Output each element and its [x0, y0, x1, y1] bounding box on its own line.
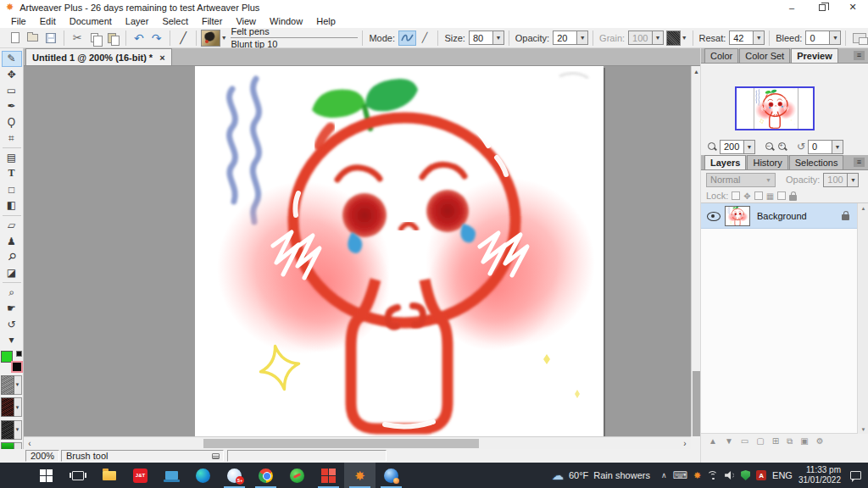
tool-text[interactable]: T [2, 166, 22, 182]
preview-zoom-value[interactable]: 200 [720, 140, 743, 154]
volume-icon[interactable] [725, 471, 735, 480]
weave-selector[interactable]: ▼ [1, 419, 23, 440]
menu-file[interactable]: File [4, 16, 33, 26]
minimize-button[interactable]: – [776, 0, 807, 14]
opacity-value[interactable]: 20 [553, 30, 576, 45]
grain-texture-swatch[interactable] [666, 30, 681, 46]
move-layer-up-button[interactable]: ▲ [709, 436, 717, 446]
bleed-combo[interactable]: 0▼ [805, 30, 841, 45]
tool-rotate[interactable]: ↺ [2, 316, 22, 332]
open-button[interactable] [25, 30, 42, 47]
vertical-scroll-thumb[interactable] [693, 371, 700, 436]
tool-crop[interactable]: ⌗ [2, 130, 22, 146]
rotate-view-icon[interactable]: ↺ [797, 141, 805, 152]
tool-zoom[interactable]: ⌕ [2, 285, 22, 301]
start-button[interactable] [31, 463, 62, 488]
bleed-dropdown-arrow[interactable]: ▼ [829, 30, 841, 45]
tool-more[interactable]: ▾ [2, 332, 22, 348]
size-combo[interactable]: 80▼ [469, 30, 504, 45]
tool-rect-select[interactable]: ▭ [2, 82, 22, 98]
tab-preview[interactable]: Preview [791, 48, 838, 63]
share-app-button[interactable]: S+ [219, 463, 250, 488]
tool-pen[interactable]: ✒ [2, 98, 22, 114]
copy-button[interactable] [86, 30, 103, 47]
preview-zoom-combo[interactable]: 200▼ [720, 140, 755, 154]
new-layer-button[interactable]: ▢ [756, 436, 764, 446]
task-view-button[interactable] [62, 463, 93, 488]
tray-expand-chevron-icon[interactable]: ∧ [661, 471, 667, 480]
tool-pattern[interactable]: ▤ [2, 150, 22, 166]
duplicate-layer-button[interactable]: ⧉ [787, 436, 793, 446]
menu-document[interactable]: Document [63, 16, 119, 26]
status-tool-options-icon[interactable] [212, 453, 220, 459]
restore-button[interactable] [807, 0, 837, 14]
weave-dropdown-arrow[interactable]: ▼ [14, 420, 22, 440]
menu-help[interactable]: Help [309, 16, 342, 26]
menu-filter[interactable]: Filter [195, 16, 229, 26]
opacity-dropdown-arrow[interactable]: ▼ [576, 30, 588, 45]
brush-dropdown-arrow[interactable]: ▼ [220, 30, 227, 47]
layer-row-background[interactable]: Background [701, 203, 868, 229]
scroll-left-arrow[interactable]: ‹ [24, 437, 36, 450]
document-canvas[interactable] [195, 66, 604, 436]
zoom-out-icon[interactable]: – [765, 141, 775, 152]
red-grid-app-button[interactable] [313, 463, 344, 488]
tool-eraser[interactable]: ▱ [2, 218, 22, 234]
preview-panel-menu-icon[interactable]: ≡ [854, 51, 865, 60]
paper-texture-selector[interactable]: ▼ [1, 374, 23, 395]
new-mask-button[interactable]: ⊞ [772, 436, 779, 446]
red-a-app-tray-icon[interactable]: A [756, 470, 766, 480]
device-app-button[interactable] [156, 463, 187, 488]
layer-list-scroll-up-arrow[interactable]: ▲ [858, 203, 868, 213]
close-button[interactable]: ✕ [837, 0, 868, 14]
touch-keyboard-icon[interactable]: ⌨ [673, 469, 687, 481]
artweaver-tray-icon[interactable]: ✸ [693, 470, 701, 481]
size-dropdown-arrow[interactable]: ▼ [492, 30, 504, 45]
zoom-in-icon[interactable]: + [777, 141, 787, 152]
layer-thumbnail[interactable] [725, 206, 750, 226]
freehand-mode-button[interactable] [398, 30, 416, 46]
cut-button[interactable]: ✂ [69, 30, 86, 47]
action-center-icon[interactable] [850, 471, 861, 480]
tool-gradient[interactable]: ◧ [2, 197, 22, 214]
weather-widget[interactable]: ☁ 60°F Rain showers [552, 469, 650, 482]
horizontal-scrollbar[interactable]: ‹ › [24, 436, 691, 449]
line-tool-button[interactable]: ╱ [175, 30, 192, 47]
artweaver-taskbar-button[interactable]: ✸ [344, 463, 376, 488]
tool-brush[interactable]: ✎ [2, 51, 22, 67]
background-color-swatch[interactable] [11, 361, 23, 373]
rotation-combo[interactable]: 0▼ [808, 140, 843, 154]
menu-window[interactable]: Window [263, 16, 309, 26]
green-app-button[interactable] [281, 463, 313, 488]
pattern-selector[interactable]: ▼ [1, 397, 23, 418]
undo-button[interactable]: ↶ [131, 30, 148, 47]
menu-select[interactable]: Select [155, 16, 195, 26]
pattern-dropdown-arrow[interactable]: ▼ [14, 397, 22, 417]
preview-zoom-dropdown-arrow[interactable]: ▼ [743, 140, 755, 154]
edge-button[interactable] [187, 463, 219, 488]
preview-thumbnail[interactable] [735, 86, 815, 130]
tab-layers[interactable]: Layers [704, 155, 746, 169]
wifi-icon[interactable] [707, 471, 719, 480]
layer-settings-button[interactable]: ⚙ [816, 436, 824, 446]
brush-selector[interactable]: Felt pens Blunt tip 10 [231, 26, 358, 49]
new-document-button[interactable] [7, 30, 25, 47]
menu-view[interactable]: View [229, 16, 263, 26]
grain-texture-dropdown-arrow[interactable]: ▼ [681, 30, 687, 47]
defender-shield-icon[interactable] [741, 470, 750, 480]
paper-texture-dropdown-arrow[interactable]: ▼ [14, 375, 22, 395]
size-value[interactable]: 80 [469, 30, 492, 45]
layer-list-scroll-down-arrow[interactable]: ▼ [858, 424, 868, 434]
rotation-dropdown-arrow[interactable]: ▼ [832, 140, 843, 154]
browser-app-button[interactable] [376, 463, 407, 488]
menu-layer[interactable]: Layer [119, 16, 156, 26]
canvas-frame-button[interactable] [850, 30, 868, 47]
layers-panel-menu-icon[interactable]: ≡ [854, 158, 865, 167]
file-explorer-button[interactable] [93, 463, 125, 488]
chrome-button[interactable] [250, 463, 281, 488]
layer-properties-button[interactable]: ▭ [741, 436, 748, 446]
language-indicator[interactable]: ENG [772, 470, 793, 480]
new-group-button[interactable]: ▣ [800, 436, 808, 446]
resat-dropdown-arrow[interactable]: ▼ [753, 30, 765, 45]
bleed-value[interactable]: 0 [805, 30, 829, 45]
